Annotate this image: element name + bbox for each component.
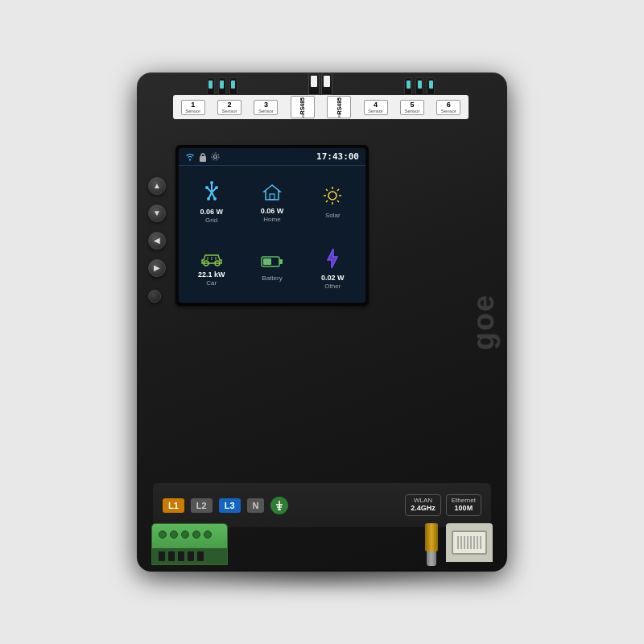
label-txt: Sensor [404, 109, 419, 114]
pin [404, 77, 412, 95]
svg-point-10 [215, 186, 218, 189]
label-num: RS485 [299, 97, 305, 114]
wire-slot [159, 551, 165, 561]
wire-slot [178, 551, 184, 561]
phase-n-badge: N [247, 498, 265, 513]
svg-rect-13 [270, 194, 275, 200]
phase-l2-badge: L2 [191, 498, 213, 513]
pin [218, 77, 226, 95]
lock-icon [199, 152, 207, 162]
grid-value: 0.06 W [200, 208, 223, 216]
connector-pins-left [207, 77, 237, 95]
pin [415, 77, 423, 95]
other-label: Other [324, 283, 341, 290]
screw [159, 530, 167, 539]
svg-line-19 [326, 189, 328, 191]
label-num: 6 [447, 101, 451, 109]
svg-rect-30 [263, 258, 271, 265]
bolt-icon [325, 247, 340, 273]
svg-rect-29 [279, 259, 283, 264]
label-sensor-4: 4 Sensor [364, 100, 388, 115]
label-num: 2 [228, 101, 232, 109]
nav-select-button[interactable] [148, 290, 161, 303]
car-value: 22.1 kW [198, 271, 225, 279]
wifi-icon [185, 153, 195, 161]
pin [229, 77, 237, 95]
label-strip: 1 Sensor 2 Sensor 3 Sensor RS485 Modbus … [173, 95, 469, 119]
label-num: 5 [410, 101, 414, 109]
nav-left-button[interactable]: ◀ [148, 232, 166, 250]
label-txt: Sensor [258, 109, 274, 114]
label-txt: Sensor [441, 109, 456, 114]
lcd-screen: 17:43:00 [179, 148, 365, 303]
label-sensor-3: 3 Sensor [254, 100, 278, 115]
pin-tip [429, 80, 433, 89]
status-bar: 17:43:00 [179, 148, 365, 166]
eth-pin [460, 536, 462, 549]
home-value: 0.06 W [261, 208, 284, 215]
settings-icon [211, 152, 220, 161]
svg-point-12 [213, 197, 217, 200]
pin-tip [220, 80, 224, 89]
eth-pins [457, 536, 481, 549]
label-txt: Sensor [368, 109, 383, 114]
green-terminal [151, 523, 228, 565]
eth-pin [464, 536, 465, 549]
battery-label: Battery [262, 275, 282, 282]
screw [204, 530, 212, 539]
wire-slot [168, 551, 175, 561]
pin-tip-white [311, 76, 317, 87]
home-label: Home [263, 217, 280, 223]
car-label: Car [206, 280, 217, 287]
svg-line-21 [337, 189, 339, 191]
antenna-connector [425, 523, 438, 566]
ethernet-badge: Ethernet 100M [446, 494, 481, 516]
pin-tip [208, 80, 213, 89]
nav-up-button[interactable]: ▲ [148, 177, 166, 195]
pin-tip [418, 80, 422, 89]
nav-down-button[interactable]: ▼ [148, 204, 166, 222]
solar-label: Solar [325, 213, 341, 219]
label-rs485-1: RS485 Modbus [291, 96, 315, 118]
wire-slot [188, 551, 194, 561]
phase-l3-badge: L3 [219, 498, 241, 513]
reading-grid: 0.06 W Grid [182, 169, 241, 233]
wire-slot [197, 551, 204, 561]
antenna-body [427, 551, 436, 566]
home-icon [262, 182, 283, 206]
terminal-screws [159, 530, 221, 539]
bottom-cables [151, 523, 493, 572]
nav-right-button[interactable]: ▶ [148, 259, 166, 277]
connector-pins-right [404, 77, 435, 95]
device-body: 1 Sensor 2 Sensor 3 Sensor RS485 Modbus … [137, 72, 507, 572]
status-icons [185, 152, 220, 162]
up-arrow-icon: ▲ [153, 182, 161, 190]
goe-logo: goe [467, 294, 501, 350]
bottom-panel: L1 L2 L3 N WLAN 2.4GHz Ethernet [153, 483, 491, 527]
reading-other: 0.02 W Other [303, 235, 362, 299]
pin [427, 77, 435, 95]
eth-pin [470, 536, 472, 549]
pin-tip-white [324, 76, 330, 87]
eth-pin [467, 536, 469, 549]
battery-icon [261, 254, 283, 272]
eth-pin [477, 536, 478, 549]
ethernet-label: Ethernet [452, 497, 476, 504]
svg-line-20 [337, 200, 339, 202]
screw [181, 530, 189, 539]
label-num: 4 [374, 101, 378, 109]
ethernet-port-area [446, 523, 493, 562]
earth-symbol [270, 497, 288, 514]
label-num: 1 [191, 101, 195, 109]
label-rs485-2: RS485 Modbus [327, 96, 351, 118]
screw [170, 530, 178, 539]
screen-bezel: 17:43:00 [175, 145, 369, 306]
label-sensor-6: 6 Sensor [436, 100, 460, 115]
screw [192, 530, 200, 539]
svg-point-2 [212, 153, 219, 160]
ethernet-value: 100M [452, 504, 476, 513]
label-txt: Modbus [300, 114, 305, 118]
svg-point-8 [210, 181, 213, 184]
connectivity-badges: WLAN 2.4GHz Ethernet 100M [405, 494, 481, 516]
car-icon [200, 250, 224, 270]
